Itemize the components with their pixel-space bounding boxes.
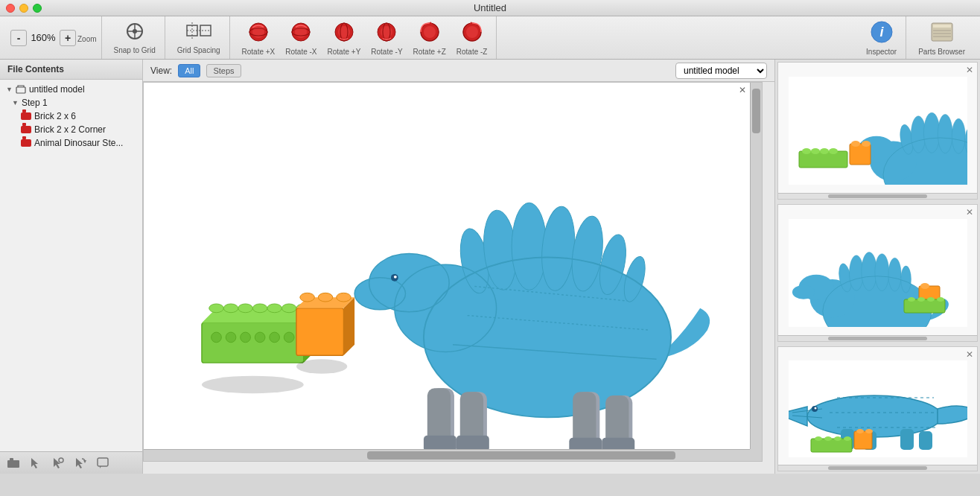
svg-point-106 xyxy=(911,116,926,153)
tree-item-animal[interactable]: Animal Dinosaur Ste... xyxy=(0,136,142,150)
toolbar: - 160% + Zoom Snap to Grid xyxy=(0,16,980,60)
minimize-button[interactable] xyxy=(19,4,28,13)
rotate-nz-button[interactable]: Rotate -Z xyxy=(452,17,492,59)
panel2-close-button[interactable]: ✕ xyxy=(964,206,976,218)
svg-point-53 xyxy=(267,304,282,313)
brick-icon xyxy=(21,139,31,147)
svg-point-59 xyxy=(255,332,265,343)
svg-point-51 xyxy=(238,304,253,313)
panel3-scrollbar[interactable] xyxy=(778,465,977,471)
svg-point-132 xyxy=(874,254,888,291)
tree-label-brick1: Brick 2 x 6 xyxy=(34,111,76,121)
parts-browser-icon xyxy=(930,20,954,46)
zoom-label: Zoom xyxy=(77,35,97,43)
zoom-plus-button[interactable]: + xyxy=(60,30,76,46)
comment-button[interactable] xyxy=(94,454,112,472)
titlebar: Untitled xyxy=(0,0,980,16)
tree-label-animal: Animal Dinosaur Ste... xyxy=(34,138,123,148)
parts-browser-group: Parts Browser xyxy=(909,16,974,59)
svg-point-49 xyxy=(209,304,224,313)
thumbnail-panel-2: ✕ xyxy=(777,204,978,342)
rotate-py-icon xyxy=(332,20,356,46)
rotate-nx-button[interactable]: Rotate -X xyxy=(281,17,321,59)
svg-point-122 xyxy=(851,141,860,147)
rotate-px-button[interactable]: Rotate +X xyxy=(238,17,280,59)
scene-svg xyxy=(144,83,762,461)
svg-point-166 xyxy=(856,429,864,433)
traffic-lights xyxy=(6,4,42,13)
svg-rect-4 xyxy=(187,25,197,36)
rotate-pz-button[interactable]: Rotate +Z xyxy=(409,17,451,59)
panel1-close-button[interactable]: ✕ xyxy=(964,64,976,76)
parts-browser-button[interactable]: Parts Browser xyxy=(914,17,970,59)
model-icon xyxy=(16,85,26,94)
view-label: View: xyxy=(150,66,172,76)
inspector-group: i Inspector xyxy=(857,16,906,59)
rotate-nz-icon xyxy=(460,20,484,46)
horizontal-scrollbar[interactable] xyxy=(144,449,750,461)
canvas-close-button[interactable]: ✕ xyxy=(736,84,748,96)
file-contents-title: File Contents xyxy=(7,64,64,74)
grid-label: Grid Spacing xyxy=(177,46,220,54)
inspector-button[interactable]: i Inspector xyxy=(862,17,901,59)
svg-point-74 xyxy=(512,203,547,290)
move-button[interactable] xyxy=(49,454,67,472)
snap-to-grid-button[interactable]: Snap to Grid xyxy=(109,18,160,57)
rotate-nx-icon xyxy=(289,20,313,46)
svg-point-58 xyxy=(241,332,251,343)
svg-point-109 xyxy=(952,118,965,153)
add-button[interactable] xyxy=(4,454,22,472)
sidebar: File Contents ▼ untitled model ▼ Step 1 … xyxy=(0,60,143,474)
svg-point-148 xyxy=(807,395,941,437)
inspector-icon: i xyxy=(870,20,894,46)
maximize-button[interactable] xyxy=(33,4,42,13)
horizontal-scroll-thumb[interactable] xyxy=(367,451,675,460)
tree-item-root[interactable]: ▼ untitled model xyxy=(0,83,142,96)
model-select[interactable]: untitled model xyxy=(675,63,767,79)
view-all-button[interactable]: All xyxy=(178,64,200,77)
canvas-inner: ✕ xyxy=(143,82,763,462)
svg-rect-44 xyxy=(98,458,108,466)
rotate-ny-button[interactable]: Rotate -Y xyxy=(366,17,407,59)
inspector-label: Inspector xyxy=(866,48,897,56)
brick-icon xyxy=(21,112,31,120)
zoom-minus-button[interactable]: - xyxy=(10,30,27,46)
right-panel: ✕ xyxy=(774,60,980,474)
panel2-scrollbar[interactable] xyxy=(778,335,977,341)
sidebar-tree: ▼ untitled model ▼ Step 1 Brick 2 x 6 Br… xyxy=(0,80,142,451)
svg-point-146 xyxy=(937,297,944,302)
vertical-scrollbar[interactable] xyxy=(750,83,762,449)
view-steps-button[interactable]: Steps xyxy=(206,64,241,77)
arrow-icon: ▼ xyxy=(12,99,19,106)
svg-point-61 xyxy=(284,332,294,343)
svg-point-144 xyxy=(917,297,925,302)
select-button[interactable] xyxy=(27,454,45,472)
thumbnail1-svg xyxy=(789,77,967,185)
grid-spacing-button[interactable]: Grid Spacing xyxy=(173,18,225,57)
snap-icon xyxy=(124,21,145,45)
panel2-scroll-thumb[interactable] xyxy=(828,337,928,340)
rotate-py-button[interactable]: Rotate +Y xyxy=(323,17,366,59)
tree-item-brick1[interactable]: Brick 2 x 6 xyxy=(0,109,142,123)
svg-point-143 xyxy=(908,297,915,302)
tree-item-step1[interactable]: ▼ Step 1 xyxy=(0,96,142,109)
svg-point-29 xyxy=(466,26,478,38)
vertical-scroll-thumb[interactable] xyxy=(752,89,760,133)
panel3-close-button[interactable]: ✕ xyxy=(964,349,976,360)
svg-point-128 xyxy=(792,285,814,299)
canvas-area: ✕ xyxy=(143,82,774,474)
main-layout: File Contents ▼ untitled model ▼ Step 1 … xyxy=(0,60,980,474)
brick-icon xyxy=(21,126,31,133)
svg-point-117 xyxy=(802,148,811,154)
close-button[interactable] xyxy=(6,4,15,13)
panel3-scroll-thumb[interactable] xyxy=(828,466,928,470)
panel1-scrollbar[interactable] xyxy=(778,193,977,199)
rotate-ny-label: Rotate -Y xyxy=(371,48,402,56)
rotate-tool-button[interactable] xyxy=(71,454,89,472)
window-title: Untitled xyxy=(474,2,506,13)
zoom-value: 160% xyxy=(30,32,57,43)
tree-item-brick2[interactable]: Brick 2 x 2 Corner xyxy=(0,123,142,136)
content-area: View: All Steps untitled model ✕ xyxy=(143,60,774,474)
panel1-scroll-thumb[interactable] xyxy=(828,194,928,198)
rotate-group: Rotate +X Rotate -X xyxy=(233,16,497,59)
